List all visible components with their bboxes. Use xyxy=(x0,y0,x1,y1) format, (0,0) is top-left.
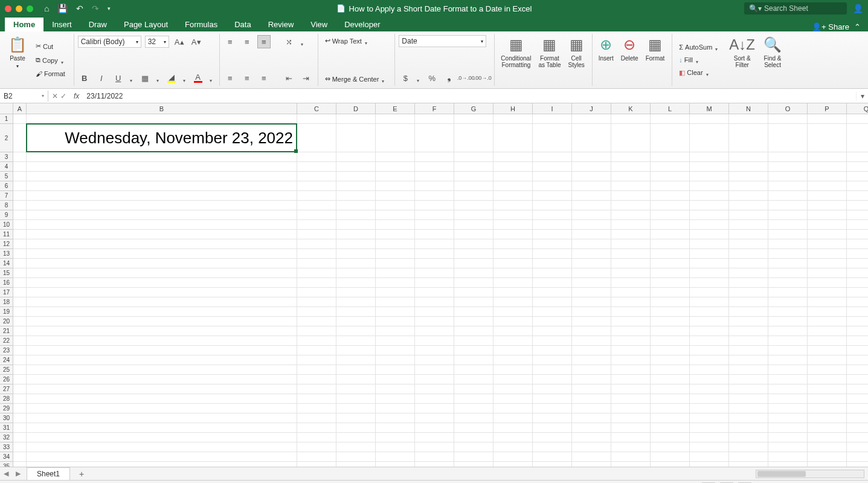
cell-C32[interactable] xyxy=(297,433,336,442)
cell-P1[interactable] xyxy=(808,114,847,124)
grid[interactable]: Wednesday, November 23, 2022 xyxy=(13,114,868,467)
cell-J28[interactable] xyxy=(572,394,611,404)
save-icon[interactable]: 💾 xyxy=(57,4,68,13)
cell-N29[interactable] xyxy=(729,404,768,413)
font-name-select[interactable]: Calibri (Body)▾ xyxy=(78,36,141,48)
cell-D17[interactable] xyxy=(336,288,376,297)
horizontal-scrollbar[interactable] xyxy=(756,470,864,478)
cell-L29[interactable] xyxy=(651,404,690,413)
cell-E2[interactable] xyxy=(376,124,415,152)
cell-L7[interactable] xyxy=(651,191,690,201)
cell-K31[interactable] xyxy=(611,423,651,433)
cell-Q26[interactable] xyxy=(847,375,868,384)
cell-A35[interactable] xyxy=(13,462,27,467)
cell-F16[interactable] xyxy=(415,278,454,288)
cell-E4[interactable] xyxy=(376,162,415,172)
cell-J8[interactable] xyxy=(572,201,611,210)
cell-D34[interactable] xyxy=(336,452,376,462)
increase-indent-icon[interactable]: ⇥ xyxy=(300,71,313,85)
cell-I18[interactable] xyxy=(533,297,572,307)
cell-B21[interactable] xyxy=(27,326,297,336)
cell-F32[interactable] xyxy=(415,433,454,442)
cell-P13[interactable] xyxy=(808,249,847,259)
cell-M20[interactable] xyxy=(690,317,729,326)
cell-Q9[interactable] xyxy=(847,210,868,220)
cell-M6[interactable] xyxy=(690,181,729,191)
cell-N3[interactable] xyxy=(729,152,768,162)
cell-Q32[interactable] xyxy=(847,433,868,442)
cell-I6[interactable] xyxy=(533,181,572,191)
cell-I12[interactable] xyxy=(533,239,572,249)
cell-O28[interactable] xyxy=(768,394,808,404)
cell-E12[interactable] xyxy=(376,239,415,249)
cell-Q22[interactable] xyxy=(847,336,868,346)
decrease-decimal-icon[interactable]: .00→.0 xyxy=(476,71,489,85)
cell-Q18[interactable] xyxy=(847,297,868,307)
border-button[interactable]: ▦ xyxy=(138,71,152,85)
cell-K33[interactable] xyxy=(611,442,651,452)
cell-D29[interactable] xyxy=(336,404,376,413)
row-header-19[interactable]: 19 xyxy=(0,307,13,317)
cell-N21[interactable] xyxy=(729,326,768,336)
cell-I19[interactable] xyxy=(533,307,572,317)
italic-button[interactable]: I xyxy=(95,71,108,85)
row-header-32[interactable]: 32 xyxy=(0,433,13,442)
next-sheet-icon[interactable]: ▶ xyxy=(12,470,24,478)
cell-E29[interactable] xyxy=(376,404,415,413)
cell-K22[interactable] xyxy=(611,336,651,346)
cell-C22[interactable] xyxy=(297,336,336,346)
cell-J32[interactable] xyxy=(572,433,611,442)
cell-D7[interactable] xyxy=(336,191,376,201)
tab-data[interactable]: Data xyxy=(226,18,259,31)
cell-B30[interactable] xyxy=(27,413,297,423)
cell-G31[interactable] xyxy=(454,423,493,433)
cell-M17[interactable] xyxy=(690,288,729,297)
cell-H23[interactable] xyxy=(493,346,533,355)
cell-N17[interactable] xyxy=(729,288,768,297)
cell-D1[interactable] xyxy=(336,114,376,124)
cell-A13[interactable] xyxy=(13,249,27,259)
cell-I14[interactable] xyxy=(533,259,572,268)
cell-H20[interactable] xyxy=(493,317,533,326)
cell-K5[interactable] xyxy=(611,172,651,181)
minimize-window-icon[interactable] xyxy=(16,5,22,12)
cell-N33[interactable] xyxy=(729,442,768,452)
cell-B35[interactable] xyxy=(27,462,297,467)
cell-H29[interactable] xyxy=(493,404,533,413)
cell-J4[interactable] xyxy=(572,162,611,172)
cell-M33[interactable] xyxy=(690,442,729,452)
cell-N9[interactable] xyxy=(729,210,768,220)
cut-button[interactable]: ✂Cut xyxy=(33,41,69,52)
cell-Q34[interactable] xyxy=(847,452,868,462)
cell-L14[interactable] xyxy=(651,259,690,268)
cell-Q35[interactable] xyxy=(847,462,868,467)
cell-O33[interactable] xyxy=(768,442,808,452)
tab-insert[interactable]: Insert xyxy=(43,18,80,31)
cell-J30[interactable] xyxy=(572,413,611,423)
cell-P35[interactable] xyxy=(808,462,847,467)
cell-B16[interactable] xyxy=(27,278,297,288)
cell-E23[interactable] xyxy=(376,346,415,355)
cell-D12[interactable] xyxy=(336,239,376,249)
cell-O8[interactable] xyxy=(768,201,808,210)
cell-styles-button[interactable]: ▦Cell Styles xyxy=(565,35,587,85)
cell-Q2[interactable] xyxy=(847,124,868,152)
cell-P19[interactable] xyxy=(808,307,847,317)
cell-P22[interactable] xyxy=(808,336,847,346)
cell-G18[interactable] xyxy=(454,297,493,307)
cell-P16[interactable] xyxy=(808,278,847,288)
cell-N23[interactable] xyxy=(729,346,768,355)
cell-M8[interactable] xyxy=(690,201,729,210)
cell-M5[interactable] xyxy=(690,172,729,181)
name-box[interactable]: B2▾ xyxy=(0,91,48,102)
row-header-7[interactable]: 7 xyxy=(0,191,13,201)
cell-M13[interactable] xyxy=(690,249,729,259)
cell-N34[interactable] xyxy=(729,452,768,462)
row-header-21[interactable]: 21 xyxy=(0,326,13,336)
cell-F5[interactable] xyxy=(415,172,454,181)
cell-E1[interactable] xyxy=(376,114,415,124)
cell-D28[interactable] xyxy=(336,394,376,404)
cell-M34[interactable] xyxy=(690,452,729,462)
cell-O13[interactable] xyxy=(768,249,808,259)
row-header-6[interactable]: 6 xyxy=(0,181,13,191)
